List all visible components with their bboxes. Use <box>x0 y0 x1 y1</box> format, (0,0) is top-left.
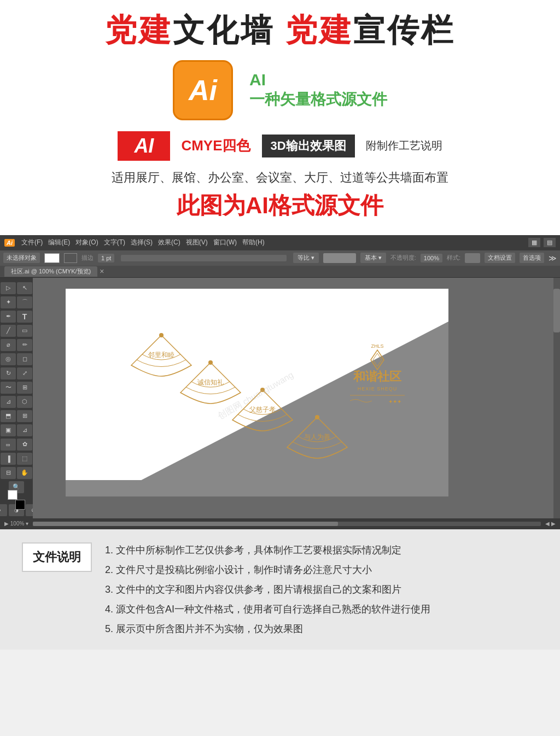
scale-select[interactable]: 等比 ▾ <box>293 253 319 263</box>
top-section: 党建文化墙 党建宣传栏 Ai AI 一种矢量格式源文件 AI CMYE四色 3D… <box>0 0 560 235</box>
desc-item-2: 2. 文件尺寸是投稿比例缩小设计，制作时请务必注意尺寸大小 <box>105 560 430 580</box>
select-tool[interactable]: ▷ <box>1 282 16 294</box>
vertical-scrollbar[interactable] <box>553 278 560 518</box>
title-mid1: 文化墙 <box>173 12 285 48</box>
main-title: 党建文化墙 党建宣传栏 <box>22 11 538 49</box>
pen-tool[interactable]: ✒ <box>1 311 16 323</box>
eraser-tool[interactable]: ◻ <box>17 353 32 365</box>
text-tool[interactable]: T <box>17 311 32 323</box>
magic-wand-tool[interactable]: ✦ <box>1 296 16 308</box>
mesh-tool[interactable]: ⊞ <box>17 410 32 422</box>
fill-color[interactable] <box>8 490 18 500</box>
ai-statusbar: ▶ 100% ▾ ◀ ▶ <box>0 518 560 529</box>
unselected-label: 未选择对象 <box>3 253 40 263</box>
rect-tool[interactable]: ▭ <box>17 325 32 337</box>
hand-tool[interactable]: ✋ <box>17 467 32 479</box>
menu-select[interactable]: 选择(S) <box>131 238 153 247</box>
fill-swatch[interactable] <box>44 253 60 263</box>
arrow-icon[interactable]: ≫ <box>549 254 557 262</box>
menu-file[interactable]: 文件(F) <box>21 238 43 247</box>
eyedropper-tool[interactable]: ⊿ <box>17 424 32 436</box>
perspective-tool[interactable]: ⬒ <box>1 410 16 422</box>
stroke-color[interactable] <box>15 500 25 510</box>
desc-item-5: 5. 展示页中所含图片并不为实物，仅为效果图 <box>105 619 430 639</box>
toolbar-icon1[interactable]: ▦ <box>528 238 540 247</box>
file-desc-row: 文件说明 1. 文件中所标制作工艺仅供参考，具体制作工艺要根据实际情况制定 2.… <box>22 540 538 639</box>
main-diagonal <box>109 322 448 496</box>
svg-text:与人为善: 与人为善 <box>304 433 330 441</box>
horizontal-scrollbar[interactable] <box>33 522 541 526</box>
title-mid2: 宣传栏 <box>353 12 455 48</box>
doc-settings[interactable]: 文档设置 <box>485 253 515 263</box>
title-dangjan2: 党建 <box>285 12 353 48</box>
menu-effect[interactable]: 效果(C) <box>158 238 180 247</box>
source-file-text: 此图为AI格式源文件 <box>22 190 538 221</box>
canvas-document: 邻里和睦 诚信知礼 <box>66 289 448 496</box>
ai-artwork-area: 邻里和睦 诚信知礼 <box>33 278 560 518</box>
opacity-value[interactable]: 100% <box>421 254 442 262</box>
badges-row: AI CMYE四色 3D输出效果图 附制作工艺说明 <box>22 131 538 161</box>
live-paint-tool[interactable]: ⬡ <box>17 396 32 408</box>
stroke-label: 描边 <box>81 254 94 262</box>
color-mode[interactable]: ● <box>0 504 7 516</box>
svg-text:✦✦✦: ✦✦✦ <box>388 399 401 405</box>
title-dangjan1: 党建 <box>105 12 173 48</box>
gradient-tool[interactable]: ▣ <box>1 424 16 436</box>
svg-text:和谐社区: 和谐社区 <box>353 370 401 383</box>
artwork-svg: 邻里和睦 诚信知礼 <box>66 289 448 496</box>
paintbrush-tool[interactable]: ⌀ <box>1 339 16 351</box>
desc-item-3: 3. 文件中的文字和图片内容仅供参考，图片请根据自己的文案和图片 <box>105 580 430 599</box>
ai-description: AI 一种矢量格式源文件 <box>249 71 387 110</box>
menu-object[interactable]: 对象(O) <box>75 238 98 247</box>
toolbar-icon2[interactable]: ▤ <box>544 238 556 247</box>
symbol-sprayer-tool[interactable]: ✿ <box>17 439 32 451</box>
slice-tool[interactable]: ⊟ <box>1 467 16 479</box>
menu-text[interactable]: 文字(T) <box>104 238 125 247</box>
ai-logo-icon: Ai <box>173 60 233 120</box>
free-transform-tool[interactable]: ⊞ <box>17 382 32 394</box>
stroke-pt: 1 pt <box>98 254 114 262</box>
menu-edit[interactable]: 编辑(E) <box>48 238 70 247</box>
blob-brush-tool[interactable]: ◎ <box>1 353 16 365</box>
badge-note: 附制作工艺说明 <box>366 138 442 153</box>
pencil-tool[interactable]: ✏ <box>17 339 32 351</box>
document-tab[interactable]: 社区.ai @ 100% (CMYK/预览) <box>4 266 97 277</box>
column-graph-tool[interactable]: ▐ <box>1 453 16 465</box>
ai-menu[interactable]: 文件(F) 编辑(E) 对象(O) 文字(T) 选择(S) 效果(C) 视图(V… <box>21 238 265 247</box>
scrollbar-thumb[interactable] <box>553 289 560 332</box>
nav-arrows[interactable]: ◀ ▶ <box>545 521 556 527</box>
desc-item-4: 4. 源文件包含AI一种文件格式，使用者可自行选择自己熟悉的软件进行使用 <box>105 599 430 619</box>
ai-canvas: ▷ ↖ ✦ ⌒ ✒ T ╱ ▭ ⌀ ✏ ◎ ◻ <box>0 278 560 518</box>
file-desc-label: 文件说明 <box>22 542 92 572</box>
badge-ai: AI <box>118 131 170 161</box>
fan-2: 诚信知礼 <box>180 360 241 404</box>
line-tool[interactable]: ╱ <box>1 325 16 337</box>
warp-tool[interactable]: 〜 <box>1 382 16 394</box>
ai-window: Ai 文件(F) 编辑(E) 对象(O) 文字(T) 选择(S) 效果(C) 视… <box>0 235 560 529</box>
base-select[interactable]: 基本 ▾ <box>360 253 386 263</box>
bottom-section: 文件说明 1. 文件中所标制作工艺仅供参考，具体制作工艺要根据实际情况制定 2.… <box>0 529 560 650</box>
svg-text:诚信知礼: 诚信知礼 <box>197 378 224 386</box>
lasso-tool[interactable]: ⌒ <box>17 296 32 308</box>
artboard-tool[interactable]: ⬚ <box>17 453 32 465</box>
badge-3d: 3D输出效果图 <box>262 135 355 157</box>
menu-view[interactable]: 视图(V) <box>186 238 208 247</box>
badge-cmyk: CMYE四色 <box>181 136 250 155</box>
shape-builder-tool[interactable]: ⊿ <box>1 396 16 408</box>
direct-select-tool[interactable]: ↖ <box>17 282 32 294</box>
blend-tool[interactable]: ∞ <box>1 439 16 451</box>
scale-tool[interactable]: ⤢ <box>17 367 32 379</box>
stroke-swatch[interactable] <box>64 253 77 263</box>
h-scrollbar-thumb[interactable] <box>33 522 337 526</box>
rotate-tool[interactable]: ↻ <box>1 367 16 379</box>
svg-text:父慈子孝: 父慈子孝 <box>249 406 276 413</box>
close-tab-icon[interactable]: × <box>100 267 104 276</box>
style-swatch <box>465 253 480 263</box>
applicable-text: 适用展厅、展馆、办公室、会议室、大厅、过道等公共墙面布置 <box>22 170 538 186</box>
fan-1: 邻里和睦 <box>131 333 191 376</box>
menu-window[interactable]: 窗口(W) <box>213 238 237 247</box>
first-page[interactable]: 首选项 <box>520 253 544 263</box>
desc-item-1: 1. 文件中所标制作工艺仅供参考，具体制作工艺要根据实际情况制定 <box>105 540 430 560</box>
menu-help[interactable]: 帮助(H) <box>242 238 265 247</box>
svg-point-2 <box>208 360 213 365</box>
